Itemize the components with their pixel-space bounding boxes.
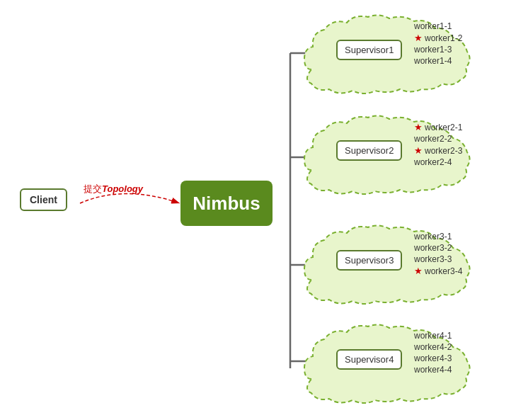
worker-item: worker4-2 — [414, 342, 452, 352]
diagram: Client 提交Topology Nimbus Supervisor1 wor… — [0, 0, 516, 420]
worker-list-1: worker1-1 ★ worker1-2 worker1-3 worker1-… — [414, 21, 462, 66]
cloud-1: Supervisor1 worker1-1 ★ worker1-2 worker… — [297, 13, 488, 97]
nimbus-label: Nimbus — [193, 193, 260, 215]
worker-item: worker4-1 — [414, 331, 452, 341]
supervisor4-box: Supervisor4 — [336, 349, 402, 370]
supervisor3-box: Supervisor3 — [336, 250, 402, 271]
client-box: Client — [20, 188, 67, 211]
cloud-4: Supervisor4 worker4-1 worker4-2 worker4-… — [297, 322, 488, 407]
star-icon: ★ — [414, 266, 423, 276]
worker-item: worker4-4 — [414, 365, 452, 375]
worker-item: ★ worker2-3 — [414, 145, 462, 156]
worker-item: ★ worker3-4 — [414, 266, 462, 276]
worker-item: worker3-3 — [414, 254, 462, 264]
worker-item: worker1-3 — [414, 45, 462, 55]
worker-item: worker4-3 — [414, 353, 452, 363]
worker-item: worker2-4 — [414, 157, 462, 167]
arrow-label: 提交Topology — [84, 183, 143, 195]
star-icon: ★ — [414, 122, 423, 132]
worker-item: worker3-2 — [414, 243, 462, 253]
worker-item: ★ worker2-1 — [414, 122, 462, 132]
client-label: Client — [30, 194, 57, 205]
cloud-2: Supervisor2 ★ worker2-1 worker2-2 ★ work… — [297, 113, 488, 198]
worker-item: worker1-4 — [414, 56, 462, 66]
worker-item: worker3-1 — [414, 232, 462, 242]
cloud-3: Supervisor3 worker3-1 worker3-2 worker3-… — [297, 223, 488, 307]
supervisor2-box: Supervisor2 — [336, 140, 402, 161]
star-icon: ★ — [414, 145, 423, 156]
worker-item: worker1-1 — [414, 21, 462, 31]
worker-item: worker2-2 — [414, 134, 462, 144]
nimbus-box: Nimbus — [180, 181, 273, 226]
worker-item: ★ worker1-2 — [414, 33, 462, 43]
worker-list-3: worker3-1 worker3-2 worker3-3 ★ worker3-… — [414, 232, 462, 276]
worker-list-2: ★ worker2-1 worker2-2 ★ worker2-3 worker… — [414, 122, 462, 167]
supervisor1-box: Supervisor1 — [336, 40, 402, 60]
worker-list-4: worker4-1 worker4-2 worker4-3 worker4-4 — [414, 331, 452, 375]
star-icon: ★ — [414, 33, 423, 43]
